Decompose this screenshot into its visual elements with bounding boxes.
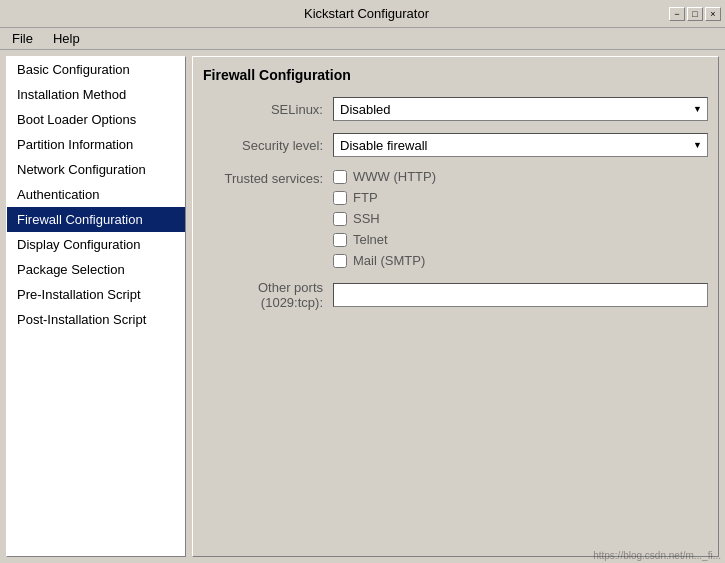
sidebar-item-pre-install[interactable]: Pre-Installation Script [7, 282, 185, 307]
security-level-label: Security level: [203, 138, 333, 153]
window-controls: − □ × [669, 7, 721, 21]
service-smtp[interactable]: Mail (SMTP) [333, 253, 708, 268]
other-ports-input[interactable] [333, 283, 708, 307]
service-ftp-label: FTP [353, 190, 378, 205]
main-content: Basic ConfigurationInstallation MethodBo… [0, 50, 725, 563]
sidebar-item-partition-info[interactable]: Partition Information [7, 132, 185, 157]
security-level-control: Disable firewall Enable firewall [333, 133, 708, 157]
service-telnet[interactable]: Telnet [333, 232, 708, 247]
service-ssh-label: SSH [353, 211, 380, 226]
sidebar-item-network-config[interactable]: Network Configuration [7, 157, 185, 182]
sidebar-item-display-config[interactable]: Display Configuration [7, 232, 185, 257]
other-ports-row: Other ports (1029:tcp): [203, 280, 708, 310]
service-www[interactable]: WWW (HTTP) [333, 169, 708, 184]
service-www-label: WWW (HTTP) [353, 169, 436, 184]
checkbox-ftp[interactable] [333, 191, 347, 205]
sidebar-item-install-method[interactable]: Installation Method [7, 82, 185, 107]
checkboxes-container: WWW (HTTP) FTP SSH Telnet Mail (SMTP) [333, 169, 708, 268]
selinux-row: SELinux: Disabled Enforcing Permissive [203, 97, 708, 121]
menu-help[interactable]: Help [45, 29, 88, 48]
trusted-services-row: Trusted services: WWW (HTTP) FTP SSH Tel… [203, 169, 708, 268]
other-ports-label: Other ports (1029:tcp): [203, 280, 333, 310]
security-level-select[interactable]: Disable firewall Enable firewall [333, 133, 708, 157]
checkbox-telnet[interactable] [333, 233, 347, 247]
service-ssh[interactable]: SSH [333, 211, 708, 226]
selinux-select-wrapper: Disabled Enforcing Permissive [333, 97, 708, 121]
checkbox-smtp[interactable] [333, 254, 347, 268]
service-ftp[interactable]: FTP [333, 190, 708, 205]
sidebar-item-boot-loader[interactable]: Boot Loader Options [7, 107, 185, 132]
sidebar-item-post-install[interactable]: Post-Installation Script [7, 307, 185, 332]
minimize-button[interactable]: − [669, 7, 685, 21]
maximize-button[interactable]: □ [687, 7, 703, 21]
security-level-row: Security level: Disable firewall Enable … [203, 133, 708, 157]
service-telnet-label: Telnet [353, 232, 388, 247]
panel-title: Firewall Configuration [203, 67, 708, 83]
app-title: Kickstart Configurator [64, 6, 669, 21]
sidebar-item-basic-config[interactable]: Basic Configuration [7, 57, 185, 82]
sidebar-item-package-selection[interactable]: Package Selection [7, 257, 185, 282]
service-smtp-label: Mail (SMTP) [353, 253, 425, 268]
sidebar-item-firewall-config[interactable]: Firewall Configuration [7, 207, 185, 232]
close-button[interactable]: × [705, 7, 721, 21]
checkbox-ssh[interactable] [333, 212, 347, 226]
title-bar: Kickstart Configurator − □ × [0, 0, 725, 28]
selinux-label: SELinux: [203, 102, 333, 117]
selinux-select[interactable]: Disabled Enforcing Permissive [333, 97, 708, 121]
checkbox-www[interactable] [333, 170, 347, 184]
right-panel: Firewall Configuration SELinux: Disabled… [192, 56, 719, 557]
sidebar-item-authentication[interactable]: Authentication [7, 182, 185, 207]
sidebar: Basic ConfigurationInstallation MethodBo… [6, 56, 186, 557]
security-select-wrapper: Disable firewall Enable firewall [333, 133, 708, 157]
menu-file[interactable]: File [4, 29, 41, 48]
trusted-services-label: Trusted services: [203, 169, 333, 186]
menu-bar: File Help [0, 28, 725, 50]
selinux-control: Disabled Enforcing Permissive [333, 97, 708, 121]
